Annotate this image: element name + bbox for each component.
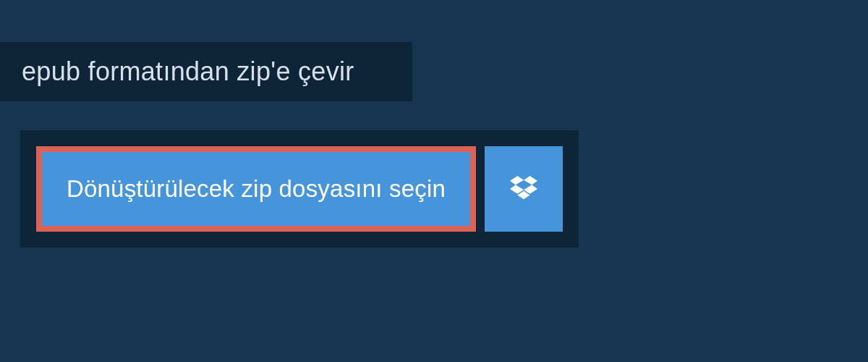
page-title: epub formatından zip'e çevir [22, 56, 354, 87]
select-file-label: Dönüştürülecek zip dosyasını seçin [67, 175, 446, 203]
upload-panel: Dönüştürülecek zip dosyasını seçin [20, 130, 579, 248]
page-container: epub formatından zip'e çevir Dönüştürüle… [0, 0, 868, 362]
select-file-button[interactable]: Dönüştürülecek zip dosyasını seçin [36, 146, 476, 232]
dropbox-button[interactable] [485, 146, 563, 232]
header-bar: epub formatından zip'e çevir [0, 42, 412, 101]
dropbox-icon [510, 176, 537, 202]
